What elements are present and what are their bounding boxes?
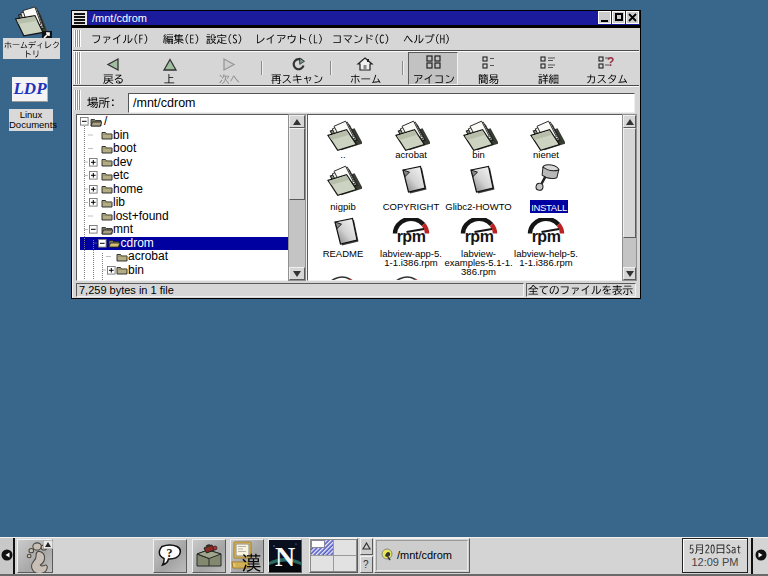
svg-text:rpm: rpm [464,228,493,245]
svg-text:rpm: rpm [532,228,561,245]
svg-text:rpm: rpm [397,228,426,245]
svg-text:N: N [275,541,295,572]
svg-text:?: ? [607,55,614,69]
svg-text:?: ? [167,546,173,560]
